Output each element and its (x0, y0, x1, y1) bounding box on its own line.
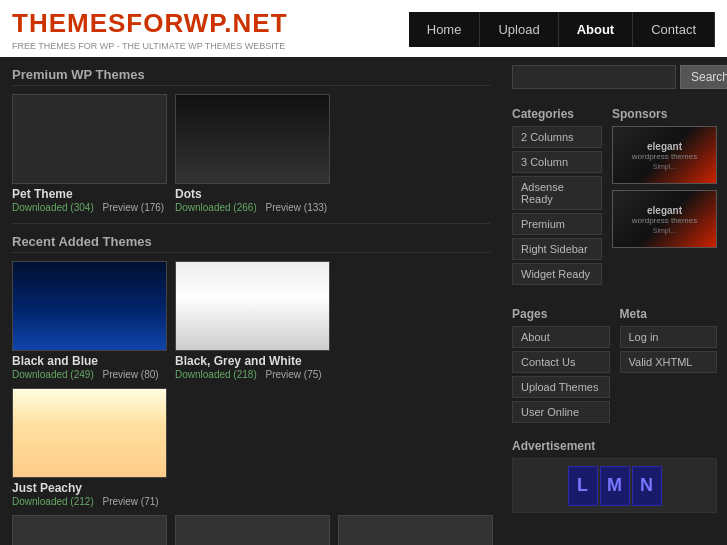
page-item-contact: Contact Us (512, 351, 610, 373)
ad-letter-m: M (600, 466, 630, 506)
nav-upload[interactable]: Upload (480, 12, 558, 47)
page-link-contact[interactable]: Contact Us (513, 352, 609, 372)
sponsor-box-2[interactable]: elegant wordpress themes Simpl... (612, 190, 717, 248)
category-item-2col: 2 Columns (512, 126, 602, 148)
category-link-adsense[interactable]: Adsense Ready (513, 177, 601, 209)
nav-home[interactable]: Home (409, 12, 481, 47)
ad-placeholder: L M N (512, 458, 717, 513)
category-link-2col[interactable]: 2 Columns (513, 127, 601, 147)
partial-theme-grid: stible pfidbi (12, 515, 490, 545)
search-button[interactable]: Search (680, 65, 727, 89)
pages-list: About Contact Us Upload Themes User Onli… (512, 326, 610, 423)
categories-sponsors-row: Categories 2 Columns 3 Column Adsense Re… (512, 99, 717, 293)
premium-section-title: Premium WP Themes (12, 67, 490, 86)
theme-thumb-peachy[interactable] (12, 388, 167, 478)
theme-links-pet: Downloaded (304) Preview (176) (12, 202, 167, 213)
theme-preview-pet[interactable]: Preview (176) (103, 202, 165, 213)
category-link-premium[interactable]: Premium (513, 214, 601, 234)
partial-theme-1: stible (12, 515, 167, 545)
meta-link-xhtml[interactable]: Valid XHTML (621, 352, 717, 372)
page-link-upload[interactable]: Upload Themes (513, 377, 609, 397)
sponsor-label-2: elegant (632, 205, 697, 216)
meta-title: Meta (620, 307, 718, 321)
theme-links-blackblue: Downloaded (249) Preview (80) (12, 369, 167, 380)
theme-download-peachy[interactable]: Downloaded (212) (12, 496, 94, 507)
category-item-adsense: Adsense Ready (512, 176, 602, 210)
theme-item-pet: Pet Theme Downloaded (304) Preview (176) (12, 94, 167, 213)
theme-download-blackblue[interactable]: Downloaded (249) (12, 369, 94, 380)
page-link-useronline[interactable]: User Online (513, 402, 609, 422)
sponsor-box-1[interactable]: elegant wordpress themes Simpl... (612, 126, 717, 184)
pages-meta-row: Pages About Contact Us Upload Themes Use… (512, 299, 717, 431)
theme-item-dots: Dots Downloaded (266) Preview (133) (175, 94, 330, 213)
category-link-3col[interactable]: 3 Column (513, 152, 601, 172)
theme-name-blackgrey: Black, Grey and White (175, 354, 330, 368)
theme-download-dots[interactable]: Downloaded (266) (175, 202, 257, 213)
logo-area: THEMESFORWP.NET FREE THEMES FOR WP - THE… (12, 8, 288, 51)
category-item-rightsidebar: Right Sidebar (512, 238, 602, 260)
theme-name-blackblue: Black and Blue (12, 354, 167, 368)
theme-preview-dots[interactable]: Preview (133) (266, 202, 328, 213)
theme-item-blackblue: Black and Blue Downloaded (249) Preview … (12, 261, 167, 380)
theme-thumb-pet[interactable] (12, 94, 167, 184)
page-item-about: About (512, 326, 610, 348)
page-link-about[interactable]: About (513, 327, 609, 347)
theme-thumb-blackgrey[interactable] (175, 261, 330, 351)
categories-col: Categories 2 Columns 3 Column Adsense Re… (512, 99, 602, 293)
sponsor-content-1: elegant wordpress themes Simpl... (632, 141, 697, 170)
logo-suffix: .NET (224, 8, 287, 38)
logo-accent: FOR (126, 8, 183, 38)
theme-download-pet[interactable]: Downloaded (304) (12, 202, 94, 213)
theme-thumb-blackblue[interactable] (12, 261, 167, 351)
theme-name-pet: Pet Theme (12, 187, 167, 201)
nav-contact[interactable]: Contact (633, 12, 715, 47)
theme-thumb-dots[interactable] (175, 94, 330, 184)
category-link-widgetready[interactable]: Widget Ready (513, 264, 601, 284)
search-input[interactable] (512, 65, 676, 89)
nav: Home Upload About Contact (409, 12, 715, 47)
sponsors-col: Sponsors elegant wordpress themes Simpl.… (612, 99, 717, 293)
meta-col: Meta Log in Valid XHTML (620, 299, 718, 431)
sponsors-area: elegant wordpress themes Simpl... elegan… (612, 126, 717, 248)
advertisement-area: Advertisement L M N (512, 439, 717, 513)
ad-letter-l: L (568, 466, 598, 506)
nav-about[interactable]: About (559, 12, 634, 47)
logo-prefix: THEMES (12, 8, 126, 38)
partial-theme-2: pfidbi (175, 515, 330, 545)
page-item-useronline: User Online (512, 401, 610, 423)
category-item-widgetready: Widget Ready (512, 263, 602, 285)
theme-item-peachy: Just Peachy Downloaded (212) Preview (71… (12, 388, 167, 507)
category-link-rightsidebar[interactable]: Right Sidebar (513, 239, 601, 259)
theme-name-peachy: Just Peachy (12, 481, 167, 495)
categories-list: 2 Columns 3 Column Adsense Ready Premium… (512, 126, 602, 285)
sidebar: Search Categories 2 Columns 3 Column Ads… (502, 57, 727, 545)
meta-link-login[interactable]: Log in (621, 327, 717, 347)
theme-links-blackgrey: Downloaded (218) Preview (75) (175, 369, 330, 380)
main-layout: Premium WP Themes Pet Theme Downloaded (… (0, 57, 727, 545)
recent-section: Recent Added Themes Black and Blue Downl… (12, 234, 490, 545)
divider-1 (12, 223, 490, 224)
sponsor-extra-1: Simpl... (632, 163, 697, 170)
search-row: Search (512, 65, 717, 89)
page-item-upload: Upload Themes (512, 376, 610, 398)
partial-theme-3 (338, 515, 493, 545)
premium-section: Premium WP Themes Pet Theme Downloaded (… (12, 67, 490, 213)
theme-preview-peachy[interactable]: Preview (71) (103, 496, 159, 507)
partial-thumb-2[interactable] (175, 515, 330, 545)
logo-mid: WP (184, 8, 225, 38)
meta-item-xhtml: Valid XHTML (620, 351, 718, 373)
theme-links-dots: Downloaded (266) Preview (133) (175, 202, 330, 213)
theme-item-blackgrey: Black, Grey and White Downloaded (218) P… (175, 261, 330, 380)
sponsor-sublabel-1: wordpress themes (632, 152, 697, 161)
sponsor-sublabel-2: wordpress themes (632, 216, 697, 225)
theme-preview-blackblue[interactable]: Preview (80) (103, 369, 159, 380)
partial-thumb-1[interactable] (12, 515, 167, 545)
advertisement-title: Advertisement (512, 439, 717, 453)
premium-theme-grid: Pet Theme Downloaded (304) Preview (176)… (12, 94, 490, 213)
pages-title: Pages (512, 307, 610, 321)
theme-download-blackgrey[interactable]: Downloaded (218) (175, 369, 257, 380)
theme-preview-blackgrey[interactable]: Preview (75) (266, 369, 322, 380)
partial-thumb-3[interactable] (338, 515, 493, 545)
content-area: Premium WP Themes Pet Theme Downloaded (… (0, 57, 502, 545)
ad-letters: L M N (568, 466, 662, 506)
